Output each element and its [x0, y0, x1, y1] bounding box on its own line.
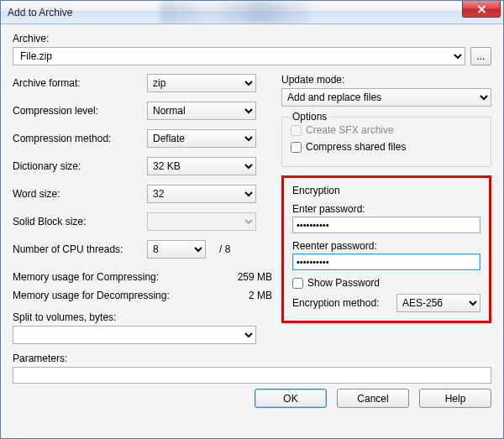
compress-shared-label: Compress shared files	[306, 141, 406, 153]
split-volumes-combo[interactable]	[13, 326, 256, 344]
show-password-checkbox[interactable]	[292, 278, 303, 289]
close-icon	[477, 5, 486, 13]
dictionary-size-label: Dictionary size:	[13, 160, 147, 172]
dialog-content: Archive: File.zip ... Archive format: zi…	[1, 24, 503, 438]
mem-compress-value: 259 MB	[223, 271, 273, 283]
help-button[interactable]: Help	[419, 389, 491, 408]
show-password-label: Show Password	[307, 277, 380, 289]
close-button[interactable]	[462, 1, 501, 18]
encryption-method-select[interactable]: AES-256	[396, 294, 480, 312]
dictionary-size-select[interactable]: 32 KB	[147, 157, 256, 175]
cancel-button[interactable]: Cancel	[337, 389, 409, 408]
titlebar: Add to Archive	[1, 1, 503, 24]
encryption-highlight: Encryption Enter password: Reenter passw…	[281, 175, 491, 323]
options-group: Options Create SFX archive Compress shar…	[281, 117, 491, 167]
solid-block-select	[147, 212, 256, 231]
reenter-password-label: Reenter password:	[292, 240, 480, 252]
compression-method-select[interactable]: Deflate	[147, 129, 256, 148]
dialog-window: Add to Archive Archive: File.zip ... Arc…	[0, 0, 504, 439]
window-title: Add to Archive	[8, 7, 72, 18]
compress-shared-checkbox[interactable]	[291, 142, 302, 153]
update-mode-label: Update mode:	[281, 74, 491, 86]
options-title: Options	[289, 111, 330, 123]
word-size-select[interactable]: 32	[147, 185, 256, 203]
update-mode-select[interactable]: Add and replace files	[281, 88, 491, 107]
titlebar-decoration	[160, 1, 312, 24]
mem-decompress-label: Memory usage for Decompressing:	[13, 290, 223, 301]
parameters-input[interactable]	[13, 367, 491, 384]
compression-method-label: Compression method:	[13, 133, 147, 144]
cpu-threads-label: Number of CPU threads:	[13, 243, 147, 255]
button-bar: OK Cancel Help	[13, 384, 491, 410]
split-volumes-label: Split to volumes, bytes:	[13, 311, 273, 323]
right-column: Update mode: Add and replace files Optio…	[281, 74, 491, 344]
parameters-label: Parameters:	[13, 353, 491, 364]
archive-path-combo[interactable]: File.zip	[13, 47, 465, 65]
compression-level-label: Compression level:	[13, 105, 147, 117]
archive-label: Archive:	[13, 33, 491, 44]
cpu-threads-select[interactable]: 8	[147, 240, 206, 259]
encryption-title: Encryption	[292, 185, 480, 196]
solid-block-label: Solid Block size:	[13, 216, 147, 227]
mem-decompress-value: 2 MB	[223, 290, 273, 301]
ok-button[interactable]: OK	[255, 389, 327, 408]
sfx-checkbox	[291, 125, 302, 136]
enter-password-input[interactable]	[292, 217, 480, 233]
cpu-threads-total: / 8	[219, 243, 230, 255]
archive-format-label: Archive format:	[13, 77, 147, 89]
word-size-label: Word size:	[13, 188, 147, 200]
reenter-password-input[interactable]	[292, 253, 480, 270]
browse-button[interactable]: ...	[470, 47, 491, 65]
archive-format-select[interactable]: zip	[147, 74, 256, 92]
enter-password-label: Enter password:	[292, 203, 480, 215]
sfx-label: Create SFX archive	[306, 124, 394, 136]
left-column: Archive format: zip Compression level: N…	[13, 74, 273, 344]
mem-compress-label: Memory usage for Compressing:	[13, 271, 223, 283]
compression-level-select[interactable]: Normal	[147, 102, 256, 120]
encryption-method-label: Encryption method:	[292, 297, 396, 309]
